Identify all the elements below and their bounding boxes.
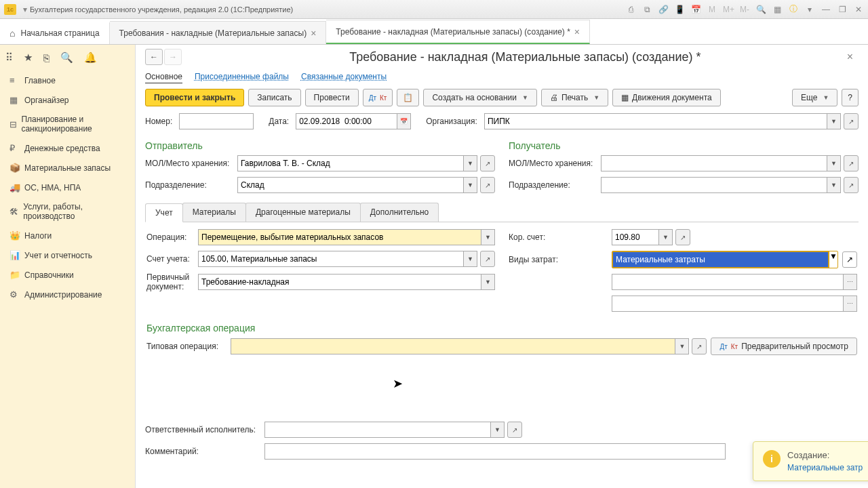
m-plus-icon[interactable]: M+ [723, 5, 734, 14]
save-button[interactable]: Записать [248, 89, 300, 106]
dept-receiver-input[interactable] [601, 177, 827, 193]
dropdown-button[interactable]: ▼ [829, 251, 837, 268]
tab-materials[interactable]: Материалы [182, 203, 246, 222]
submit-button[interactable]: Провести [305, 89, 359, 106]
sidebar-item-main[interactable]: ≡Главное [0, 70, 135, 90]
open-button[interactable]: ↗ [844, 113, 859, 129]
search-icon[interactable]: 🔍 [60, 52, 73, 64]
comment-input[interactable] [264, 443, 726, 460]
dropdown-button[interactable]: ▼ [827, 177, 841, 193]
restore-button[interactable]: ❐ [837, 5, 848, 14]
dropdown-button[interactable]: ▼ [659, 229, 673, 245]
open-button[interactable]: ↗ [507, 422, 522, 438]
number-input[interactable] [179, 113, 254, 129]
content-close-button[interactable]: × [842, 51, 859, 63]
open-button[interactable]: ↗ [480, 251, 495, 267]
dropdown-button[interactable]: ▼ [827, 113, 841, 129]
submit-close-button[interactable]: Провести и закрыть [145, 89, 244, 106]
clipboard-icon[interactable]: ⎘ [43, 52, 50, 64]
dropdown-button[interactable]: ▼ [827, 155, 841, 171]
sidebar-item-services[interactable]: 🛠Услуги, работы, производство [0, 197, 135, 226]
primary-doc-input[interactable] [198, 274, 481, 290]
sidebar-item-taxes[interactable]: 👑Налоги [0, 226, 135, 245]
dropdown-button[interactable]: ▼ [464, 251, 477, 267]
sidebar-item-reports[interactable]: 📊Учет и отчетность [0, 245, 135, 265]
more-button[interactable]: Еще▼ [792, 89, 837, 106]
open-button[interactable]: ↗ [842, 251, 857, 268]
document-tab-create[interactable]: Требование - накладная (Материальные зап… [326, 20, 590, 44]
sidebar-item-directories[interactable]: 📁Справочники [0, 265, 135, 285]
preview-button[interactable]: ДтКт Предварительный просмотр [711, 338, 857, 355]
link-icon[interactable]: 🔗 [658, 5, 669, 14]
open-button[interactable]: ↗ [480, 155, 495, 171]
m-icon[interactable]: M [707, 5, 717, 14]
sidebar-item-materials[interactable]: 📦Материальные запасы [0, 158, 135, 178]
copy-icon[interactable]: ⧉ [642, 5, 652, 14]
debit-credit-button[interactable]: ДтКт [363, 89, 393, 106]
bell-icon[interactable]: 🔔 [84, 52, 97, 64]
typical-op-input[interactable] [231, 338, 675, 354]
notification-link[interactable]: Материальные затр [787, 463, 863, 472]
open-button[interactable]: ↗ [692, 338, 707, 354]
favorites-icon[interactable]: ★ [24, 52, 33, 64]
dept-sender-input[interactable] [237, 177, 464, 193]
dropdown-button[interactable]: ▼ [675, 338, 689, 354]
open-button[interactable]: ↗ [844, 155, 859, 171]
sublink-related[interactable]: Связанные документы [301, 70, 387, 83]
sidebar-item-admin[interactable]: ⚙Администрирование [0, 285, 135, 304]
close-icon[interactable]: × [311, 28, 316, 39]
sidebar-item-money[interactable]: ₽Денежные средства [0, 138, 135, 158]
print-icon[interactable]: ⎙ [625, 5, 636, 14]
movements-button[interactable]: ▦Движения документа [612, 89, 721, 106]
calendar-picker-button[interactable]: 📅 [397, 113, 411, 129]
sidebar-item-planning[interactable]: ⊟Планирование и санкционирование [0, 110, 135, 138]
dropdown-button[interactable]: ▼ [464, 155, 477, 171]
zoom-icon[interactable]: 🔍 [755, 5, 766, 14]
sidebar-item-assets[interactable]: 🚚ОС, НМА, НПА [0, 178, 135, 197]
open-button[interactable]: ↗ [480, 177, 495, 193]
extra-input-1[interactable] [612, 274, 844, 290]
print-button[interactable]: 🖨Печать▼ [541, 89, 608, 106]
help-button[interactable]: ? [842, 89, 859, 106]
report-button[interactable]: 📋 [397, 89, 419, 106]
history-dropdown-icon[interactable]: ▾ [23, 5, 27, 14]
operation-input[interactable] [198, 229, 481, 245]
dropdown-button[interactable]: ▼ [491, 422, 505, 438]
more-button[interactable]: ⋯ [844, 296, 857, 312]
notification-toast[interactable]: i Создание: Материальные затр [753, 441, 868, 481]
mol-receiver-input[interactable] [601, 155, 827, 171]
mol-sender-input[interactable] [237, 155, 464, 171]
dropdown-button[interactable]: ▼ [464, 177, 477, 193]
window-close-button[interactable]: ✕ [853, 5, 864, 14]
extra-input-2[interactable] [612, 296, 844, 312]
kor-account-input[interactable] [612, 229, 659, 245]
open-button[interactable]: ↗ [675, 229, 690, 245]
cost-types-input[interactable]: Материальные затраты [612, 251, 829, 268]
responsible-input[interactable] [264, 422, 491, 438]
help-icon[interactable]: ⓘ [788, 3, 799, 15]
org-input[interactable] [484, 113, 827, 129]
close-icon[interactable]: × [574, 26, 580, 37]
open-button[interactable]: ↗ [844, 177, 859, 193]
more-button[interactable]: ⋯ [844, 274, 857, 290]
tab-precious[interactable]: Драгоценные материалы [245, 203, 361, 222]
nav-forward-button[interactable]: → [164, 49, 182, 65]
dropdown-button[interactable]: ▼ [481, 229, 495, 245]
dropdown-button[interactable]: ▼ [481, 274, 495, 290]
date-input[interactable] [296, 113, 397, 129]
sublink-files[interactable]: Присоединенные файлы [195, 70, 289, 83]
panel-icon[interactable]: ▦ [772, 5, 783, 14]
document-tab-list[interactable]: Требования - накладные (Материальные зап… [110, 21, 327, 44]
tab-accounting[interactable]: Учет [145, 203, 183, 222]
sidebar-item-organizer[interactable]: ▦Органайзер [0, 90, 135, 110]
account-input[interactable] [198, 251, 464, 267]
minimize-button[interactable]: — [821, 5, 831, 14]
apps-icon[interactable]: ⠿ [5, 52, 13, 64]
sublink-main[interactable]: Основное [145, 70, 182, 83]
m-minus-icon[interactable]: M- [739, 5, 750, 14]
calendar-icon[interactable]: 📅 [690, 5, 701, 14]
home-tab[interactable]: ⌂ Начальная страница [0, 22, 110, 44]
tab-additional[interactable]: Дополнительно [360, 203, 439, 222]
nav-back-button[interactable]: ← [145, 49, 163, 65]
create-based-button[interactable]: Создать на основании▼ [423, 89, 536, 106]
